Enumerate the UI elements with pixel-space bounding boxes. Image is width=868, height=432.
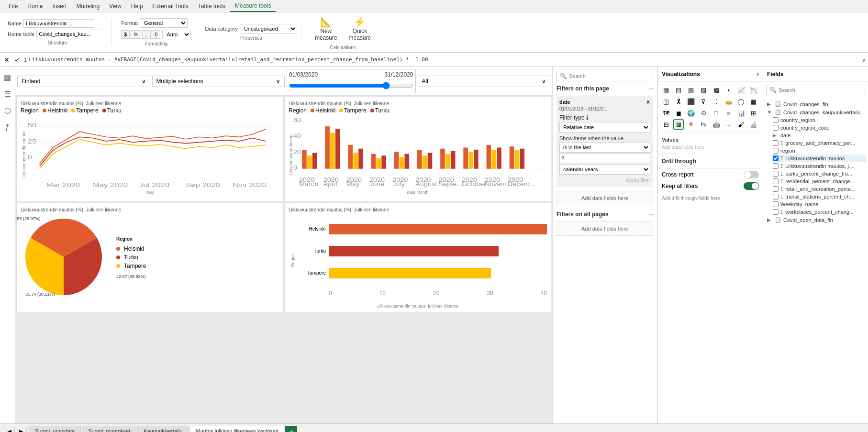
filter-search-input[interactable] <box>569 73 650 79</box>
tree-expand-open-data[interactable]: ▶ <box>767 217 773 222</box>
checkbox-retail[interactable] <box>773 186 779 192</box>
viz-r[interactable]: R <box>686 119 696 130</box>
viz-analytics[interactable]: 🔬 <box>748 119 759 130</box>
tab-muutos-julkinen[interactable]: Muutos julkisen liikenteen käytössä <box>190 426 285 432</box>
date-range-filter[interactable]: 01/03/2020 31/12/2020 <box>287 69 416 93</box>
viz-expand-icon[interactable]: › <box>757 71 759 78</box>
add-data-fields-1-btn[interactable]: Add data fields here <box>556 191 653 205</box>
tab-suomi-opendata[interactable]: Suomi_opendata <box>29 426 81 432</box>
keep-filters-toggle[interactable] <box>744 182 759 190</box>
viz-clustered-bar[interactable]: ▤ <box>673 85 684 95</box>
viz-ribbon[interactable]: 🎗 <box>673 96 684 107</box>
add-data-fields-2-btn[interactable]: Add data fields here <box>556 222 653 236</box>
viz-matrix[interactable]: ⊟ <box>661 119 671 130</box>
calendar-years-dropdown[interactable]: calendar years <box>559 164 650 175</box>
menu-table-tools[interactable]: Table tools <box>193 1 230 11</box>
viz-waterfall[interactable]: ⬛ <box>686 96 696 107</box>
viz-kpi[interactable]: 📊 <box>736 108 746 118</box>
menu-insert[interactable]: Insert <box>47 1 71 11</box>
viz-stacked-col[interactable]: ▨ <box>698 85 709 95</box>
checkbox-liikkuvuus-j[interactable] <box>773 163 779 169</box>
viz-treemap[interactable]: ▦ <box>748 96 759 107</box>
viz-donut[interactable]: ◯ <box>736 96 746 107</box>
checkbox-region[interactable] <box>773 148 779 154</box>
tree-expand-date[interactable]: ▶ <box>773 133 779 138</box>
filter-type-dropdown[interactable]: Relative date <box>559 122 650 133</box>
viz-filled-map[interactable]: ◼ <box>673 108 684 118</box>
add-data-fields-viz[interactable]: Add data fields here <box>662 144 759 150</box>
date-filter-chevron[interactable]: ∧ <box>646 99 650 105</box>
tree-field-date[interactable]: ▶ date <box>771 132 866 139</box>
viz-line[interactable]: 📈 <box>736 85 746 95</box>
nav-next[interactable]: ▶ <box>16 427 27 432</box>
region-filter[interactable]: Finland ∨ <box>17 76 150 87</box>
formula-check-btn[interactable]: ✓ <box>12 55 22 65</box>
checkbox-workplaces[interactable] <box>773 209 779 215</box>
home-table-input[interactable] <box>36 30 107 38</box>
tree-field-workplaces[interactable]: Σ workplaces_percent_chang... <box>771 208 866 216</box>
percent-btn[interactable]: % <box>131 30 141 39</box>
viz-py[interactable]: Py <box>698 119 709 130</box>
tree-field-weekday[interactable]: Weekday_name <box>771 200 866 208</box>
menu-view[interactable]: View <box>104 1 126 11</box>
checkbox-country-region-code[interactable] <box>773 125 779 131</box>
all-filter[interactable]: All ∨ <box>418 76 551 87</box>
tree-field-grocery[interactable]: Σ grocery_and_pharmacy_per... <box>771 139 866 147</box>
viz-scatter[interactable]: ⁚ <box>711 96 722 107</box>
decimal-btn[interactable]: .0 <box>150 30 160 39</box>
checkbox-country-region[interactable] <box>773 117 779 123</box>
filter-value-input[interactable] <box>559 154 650 163</box>
checkbox-weekday[interactable] <box>773 201 779 207</box>
format-dropdown[interactable]: General <box>140 18 188 28</box>
cross-report-toggle[interactable] <box>744 171 759 178</box>
tree-field-country-region-code[interactable]: country_region_code <box>771 124 866 132</box>
quick-measure-btn[interactable]: ⚡ Quick measure <box>345 14 375 43</box>
viz-funnel[interactable]: ⊽ <box>698 96 709 107</box>
data-category-dropdown[interactable]: Uncategorized <box>240 24 297 33</box>
left-icon-table[interactable]: ☰ <box>2 88 13 100</box>
menu-modeling[interactable]: Modeling <box>71 1 104 11</box>
viz-area[interactable]: 📉 <box>748 85 759 95</box>
viz-clustered-col[interactable]: ▩ <box>711 85 722 95</box>
fields-search-input[interactable] <box>779 87 862 93</box>
tree-field-liikkuvuus[interactable]: Σ Liikkuvuustrendin muutos <box>771 155 866 162</box>
viz-pie[interactable]: 🥧 <box>723 96 734 107</box>
formula-x-btn[interactable]: ✕ <box>2 55 11 65</box>
checkbox-parks[interactable] <box>773 171 779 177</box>
viz-card[interactable]: □ <box>711 108 722 118</box>
viz-slicer[interactable]: ⊠ <box>673 119 684 130</box>
tree-expand-covid-fin[interactable]: ▶ <box>767 101 773 107</box>
tree-expand-kaupunki[interactable]: ▼ <box>767 110 773 115</box>
tab-add-btn[interactable]: + <box>285 426 297 432</box>
menu-external-tools[interactable]: External Tools <box>148 1 193 11</box>
tree-item-covid-fin[interactable]: ▶ 📋 Covid_changes_fin <box>765 100 866 108</box>
tree-field-retail[interactable]: Σ retail_and_recreation_perce... <box>771 185 866 193</box>
checkbox-residential[interactable] <box>773 178 779 184</box>
viz-multirow-card[interactable]: ≡ <box>723 108 734 118</box>
tree-field-region[interactable]: region <box>771 147 866 155</box>
left-icon-model[interactable]: ⬡ <box>2 104 13 117</box>
tree-item-kaupunki[interactable]: ▼ 📋 Covid_changes_kaupunkivertailu <box>765 108 866 116</box>
formula-expand-btn[interactable]: ∨ <box>862 56 866 63</box>
viz-map[interactable]: 🗺 <box>661 108 671 118</box>
viz-azure-map[interactable]: 🌍 <box>686 108 696 118</box>
tab-suomi-muutokset[interactable]: Suomi_muutokset <box>82 426 136 432</box>
new-measure-btn[interactable]: 📐 New measure <box>311 14 341 43</box>
tab-kaupunkivertailu[interactable]: Kaupunkivertailu <box>137 426 189 432</box>
checkbox-liikkuvuus[interactable] <box>773 155 779 161</box>
viz-100pct-col[interactable]: ▪ <box>723 85 734 95</box>
left-icon-bar[interactable]: ▦ <box>2 71 13 84</box>
apply-filter-btn[interactable]: Apply filter <box>626 177 650 184</box>
tree-field-liikkuvuus-j[interactable]: Σ Liikkuvuustrendin muutos, j... <box>771 162 866 170</box>
auto-dropdown[interactable]: Auto <box>162 30 191 39</box>
viz-table[interactable]: ⊞ <box>748 108 759 118</box>
name-input[interactable] <box>23 19 94 28</box>
dollar-btn[interactable]: $ <box>121 30 130 39</box>
filters-on-page-more[interactable]: ··· <box>648 85 653 92</box>
tree-field-parks[interactable]: Σ parks_percent_change_fro... <box>771 170 866 177</box>
tree-item-open-data[interactable]: ▶ 📋 Covid_open_data_fin <box>765 216 866 224</box>
menu-help[interactable]: Help <box>126 1 148 11</box>
menu-file[interactable]: File <box>4 1 22 11</box>
viz-ai-visuals[interactable]: 🤖 <box>711 119 722 130</box>
checkbox-grocery[interactable] <box>773 140 779 146</box>
